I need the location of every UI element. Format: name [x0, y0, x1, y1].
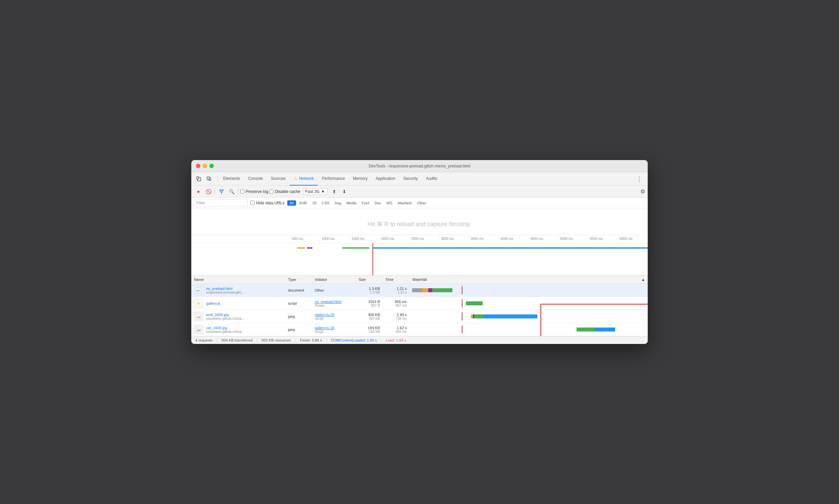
- transferred-size: 504 KB transferred: [221, 338, 252, 342]
- file-name-cell: cat_1600.jpg yoavweiss.github.io/ima...: [191, 323, 285, 336]
- time-cell-3: 1.62 s 566 ms: [382, 323, 409, 336]
- filter-type-img[interactable]: Img: [333, 200, 343, 206]
- traffic-lights: [196, 164, 214, 168]
- more-tabs-icon[interactable]: ⋮: [633, 175, 645, 182]
- initiator-cell-0: Other: [312, 284, 356, 297]
- size-cell-3: 194 KB 193 KB: [356, 323, 382, 336]
- waterfall-cell-3: [409, 323, 648, 336]
- tab-console[interactable]: Console: [244, 172, 267, 185]
- tab-sources[interactable]: Sources: [267, 172, 290, 185]
- filter-type-xhr[interactable]: XHR: [297, 200, 309, 206]
- wf-vertical-line: [462, 286, 462, 294]
- timeline-tick: 5000 ms: [558, 235, 588, 243]
- col-header-type[interactable]: Type: [285, 275, 312, 284]
- file-name-cell: JS gallery.js: [191, 297, 285, 310]
- timeline-vertical-line: [373, 243, 373, 275]
- table-row[interactable]: cat_1600.jpg yoavweiss.github.io/ima... …: [191, 323, 648, 336]
- devtools-window: DevTools - responsive-preload.glitch.me/…: [191, 160, 648, 344]
- wf-bar-green: [474, 314, 484, 319]
- settings-icon[interactable]: ⚙: [640, 188, 645, 195]
- device-toolbar-icon[interactable]: [204, 174, 213, 183]
- col-header-initiator[interactable]: Initiator: [312, 275, 356, 284]
- filter-type-css[interactable]: CSS: [320, 200, 332, 206]
- tab-performance[interactable]: Performance: [318, 172, 349, 185]
- type-cell-3: jpeg: [285, 323, 312, 336]
- filter-type-ws[interactable]: WS: [384, 200, 395, 206]
- timeline-tick: 4000 ms: [499, 235, 529, 243]
- file-icon-html: </>: [194, 286, 203, 295]
- download-icon[interactable]: ⬇: [340, 187, 349, 196]
- type-cell-1: script: [285, 297, 312, 310]
- col-header-waterfall[interactable]: Waterfall ▲: [409, 275, 648, 284]
- col-header-name[interactable]: Name: [191, 275, 285, 284]
- title-bar: DevTools - responsive-preload.glitch.me/…: [191, 160, 648, 172]
- file-icon-img: [194, 325, 203, 334]
- size-cell-1: 1014 B 827 B: [356, 297, 382, 310]
- search-icon[interactable]: 🔍: [227, 187, 236, 196]
- col-header-size[interactable]: Size: [356, 275, 382, 284]
- type-cell-2: jpeg: [285, 310, 312, 323]
- inspect-element-icon[interactable]: [194, 174, 203, 183]
- timeline-tick: 500 ms: [290, 235, 320, 243]
- filter-type-all[interactable]: All: [287, 200, 296, 206]
- size-cell-2: 308 KB 307 KB: [356, 310, 382, 323]
- finish-time: Finish: 5.86 s: [300, 338, 322, 342]
- timeline-tick: 2500 ms: [409, 235, 439, 243]
- devtools-body: Elements Console Sources ⚠ Network Perfo…: [191, 172, 648, 344]
- clear-button[interactable]: 🚫: [204, 187, 213, 196]
- timeline-bar-orange: [297, 247, 305, 249]
- request-count: 4 requests: [195, 338, 212, 342]
- time-cell-2: 2.40 s 738 ms: [382, 310, 409, 323]
- wf-bar-dns: [428, 288, 432, 292]
- tab-audits[interactable]: Audits: [422, 172, 441, 185]
- col-header-time[interactable]: Time: [382, 275, 409, 284]
- window-title: DevTools - responsive-preload.glitch.me/…: [369, 164, 470, 168]
- timeline-tick: 4500 ms: [529, 235, 558, 243]
- time-cell-1: 568 ms 567 ms: [382, 297, 409, 310]
- upload-download-icons: ⬆ ⬇: [330, 187, 349, 196]
- filter-type-doc[interactable]: Doc: [372, 200, 383, 206]
- filter-icon[interactable]: [217, 187, 226, 196]
- filter-type-media[interactable]: Media: [344, 200, 359, 206]
- close-button[interactable]: [196, 164, 200, 168]
- throttle-select[interactable]: Fast 3G ▼: [303, 188, 327, 195]
- chevron-down-icon: ▼: [321, 189, 325, 194]
- preserve-log-checkbox[interactable]: Preserve log: [240, 189, 268, 194]
- timeline-tick: 3000 ms: [439, 235, 469, 243]
- file-icon-js: JS: [194, 299, 203, 308]
- nav-divider: [217, 176, 218, 182]
- filmstrip-area: Hit ⌘ R to reload and capture filmstrip.: [191, 209, 648, 235]
- wf-bar-green: [576, 327, 595, 331]
- maximize-button[interactable]: [210, 164, 214, 168]
- table-header-row: Name Type Initiator Size Time Waterfall …: [191, 275, 648, 284]
- tab-application[interactable]: Application: [372, 172, 399, 185]
- timeline-tick: 3500 ms: [469, 235, 499, 243]
- initiator-cell-1: no_preload.html Parser: [312, 297, 356, 310]
- filter-type-font[interactable]: Font: [359, 200, 372, 206]
- tab-security[interactable]: Security: [399, 172, 422, 185]
- table-row[interactable]: wolf_1600.jpg yoavweiss.github.io/ima...…: [191, 310, 648, 323]
- table-row[interactable]: </> no_preload.html responsive-preload.g…: [191, 284, 648, 297]
- load-time: Load: 1.83 s: [386, 338, 406, 342]
- svg-rect-7: [196, 313, 201, 320]
- minimize-button[interactable]: [203, 164, 207, 168]
- waterfall-cell-2: [409, 310, 648, 323]
- network-table-container[interactable]: Name Type Initiator Size Time Waterfall …: [191, 275, 648, 336]
- table-row[interactable]: JS gallery.js script no_preload.html Par…: [191, 297, 648, 310]
- tab-network[interactable]: ⚠ Network: [290, 172, 318, 185]
- tab-memory[interactable]: Memory: [349, 172, 372, 185]
- wf-bar-green: [466, 301, 483, 305]
- record-button[interactable]: ●: [194, 187, 203, 196]
- hide-data-urls-checkbox[interactable]: Hide data URLs: [250, 201, 285, 205]
- filter-input[interactable]: [194, 199, 248, 207]
- filter-type-manifest[interactable]: Manifest: [395, 200, 414, 206]
- upload-icon[interactable]: ⬆: [330, 187, 339, 196]
- filter-type-other[interactable]: Other: [415, 200, 429, 206]
- filter-type-js[interactable]: JS: [310, 200, 319, 206]
- tab-elements[interactable]: Elements: [219, 172, 244, 185]
- filter-type-buttons: All XHR JS CSS Img Media Font Doc WS Man…: [287, 200, 429, 206]
- waterfall-cell-1: [409, 297, 648, 310]
- file-name-cell: </> no_preload.html responsive-preload.g…: [191, 284, 285, 297]
- size-cell-0: 1.3 KB 1.2 KB: [356, 284, 382, 297]
- disable-cache-checkbox[interactable]: Disable cache: [269, 189, 300, 194]
